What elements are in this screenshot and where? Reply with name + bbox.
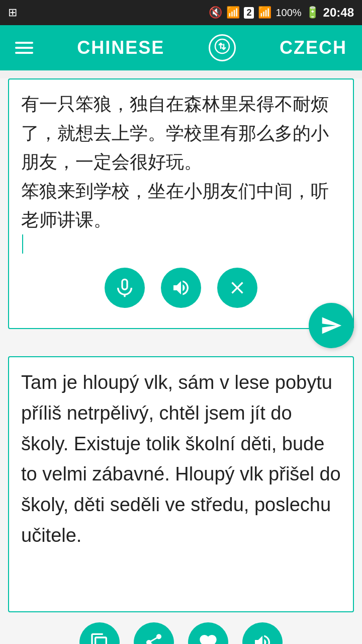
copy-icon	[89, 632, 110, 644]
main-content: 有一只笨狼，独自在森林里呆得不耐烦了，就想去上学。学校里有那么多的小朋友，一定会…	[0, 78, 362, 644]
translation-wrapper: Tam je hloupý vlk, sám v lese pobytu pří…	[8, 356, 354, 644]
battery-text: 100%	[276, 7, 301, 19]
source-language-label[interactable]: CHINESE	[77, 37, 164, 58]
translation-panel: Tam je hloupý vlk, sám v lese pobytu pří…	[8, 356, 354, 612]
send-icon	[320, 314, 342, 337]
header: CHINESE CZECH	[0, 25, 362, 70]
mic-icon	[115, 278, 135, 298]
translation-controls	[8, 612, 354, 644]
clock: 20:48	[323, 6, 354, 20]
speaker-button[interactable]	[161, 268, 201, 308]
swap-languages-button[interactable]	[209, 34, 236, 61]
wifi-icon: 📶	[226, 6, 240, 19]
status-bar-left: ⊞	[8, 6, 17, 19]
status-bar-right: 🔇 📶 2 📶 100% 🔋 20:48	[209, 6, 354, 20]
microphone-button[interactable]	[105, 268, 145, 308]
copy-button[interactable]	[79, 622, 120, 644]
share-button[interactable]	[134, 622, 174, 644]
source-controls	[21, 254, 341, 318]
translation-text: Tam je hloupý vlk, sám v lese pobytu pří…	[21, 367, 341, 551]
text-cursor	[22, 234, 23, 254]
source-panel: 有一只笨狼，独自在森林里呆得不耐烦了，就想去上学。学校里有那么多的小朋友，一定会…	[8, 78, 354, 329]
sim-icon: 2	[244, 7, 254, 19]
source-text[interactable]: 有一只笨狼，独自在森林里呆得不耐烦了，就想去上学。学校里有那么多的小朋友，一定会…	[21, 90, 341, 234]
target-language-label[interactable]: CZECH	[280, 37, 347, 58]
speaker-icon	[171, 278, 191, 298]
favorite-button[interactable]	[188, 622, 228, 644]
favorite-icon	[198, 632, 218, 644]
swap-icon	[214, 38, 231, 58]
battery-icon: 🔋	[306, 6, 319, 19]
send-translate-button[interactable]	[309, 303, 354, 348]
gallery-icon: ⊞	[8, 6, 17, 19]
menu-button[interactable]	[15, 42, 33, 54]
share-icon	[144, 632, 164, 644]
mute-icon: 🔇	[209, 6, 222, 19]
clear-button[interactable]	[217, 268, 257, 308]
clear-icon	[227, 278, 247, 298]
translation-speaker-button[interactable]	[242, 622, 283, 644]
signal-icon: 📶	[258, 6, 272, 19]
status-bar: ⊞ 🔇 📶 2 📶 100% 🔋 20:48	[0, 0, 362, 25]
translation-speaker-icon	[252, 632, 273, 644]
